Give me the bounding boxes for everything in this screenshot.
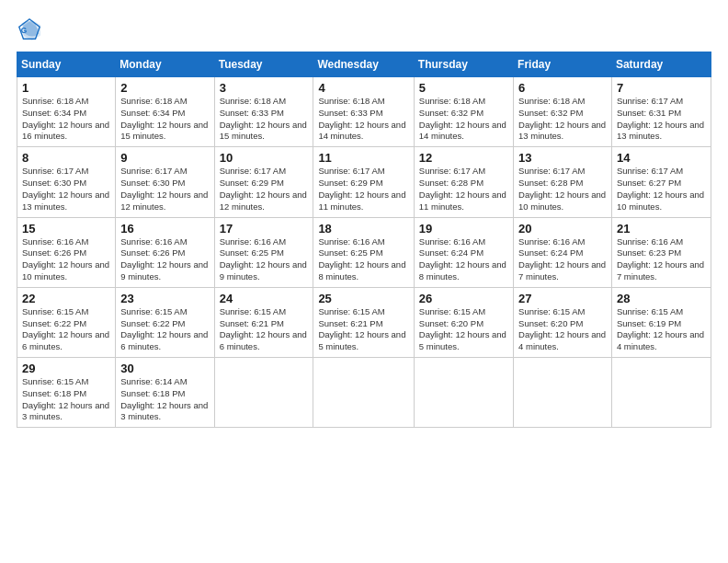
day-info: Sunrise: 6:16 AMSunset: 6:25 PMDaylight:…	[220, 236, 309, 283]
col-header-sunday: Sunday	[17, 52, 116, 77]
calendar-header-row: SundayMondayTuesdayWednesdayThursdayFrid…	[17, 52, 711, 77]
day-cell-23: 23Sunrise: 6:15 AMSunset: 6:22 PMDayligh…	[116, 287, 214, 357]
day-cell-10: 10Sunrise: 6:17 AMSunset: 6:29 PMDayligh…	[214, 147, 313, 217]
day-info: Sunrise: 6:14 AMSunset: 6:18 PMDaylight:…	[120, 376, 209, 423]
day-info: Sunrise: 6:18 AMSunset: 6:33 PMDaylight:…	[318, 96, 408, 143]
day-number: 20	[518, 222, 607, 236]
empty-cell	[214, 358, 313, 428]
day-info: Sunrise: 6:17 AMSunset: 6:30 PMDaylight:…	[120, 166, 209, 213]
day-info: Sunrise: 6:17 AMSunset: 6:29 PMDaylight:…	[318, 166, 408, 213]
day-number: 4	[318, 81, 408, 95]
day-cell-25: 25Sunrise: 6:15 AMSunset: 6:21 PMDayligh…	[313, 287, 414, 357]
day-info: Sunrise: 6:17 AMSunset: 6:29 PMDaylight:…	[220, 166, 309, 213]
day-cell-2: 2Sunrise: 6:18 AMSunset: 6:34 PMDaylight…	[116, 77, 214, 147]
day-number: 18	[318, 222, 408, 236]
col-header-monday: Monday	[116, 52, 214, 77]
day-number: 7	[617, 81, 706, 95]
day-info: Sunrise: 6:16 AMSunset: 6:26 PMDaylight:…	[120, 236, 209, 283]
day-number: 14	[617, 151, 706, 165]
day-cell-3: 3Sunrise: 6:18 AMSunset: 6:33 PMDaylight…	[214, 77, 313, 147]
day-number: 10	[220, 151, 309, 165]
day-number: 6	[518, 81, 607, 95]
day-number: 15	[22, 222, 110, 236]
day-info: Sunrise: 6:16 AMSunset: 6:25 PMDaylight:…	[318, 236, 408, 283]
calendar-week-3: 15Sunrise: 6:16 AMSunset: 6:26 PMDayligh…	[17, 217, 711, 287]
day-info: Sunrise: 6:17 AMSunset: 6:31 PMDaylight:…	[617, 96, 706, 143]
calendar-week-5: 29Sunrise: 6:15 AMSunset: 6:18 PMDayligh…	[17, 358, 711, 428]
day-cell-24: 24Sunrise: 6:15 AMSunset: 6:21 PMDayligh…	[214, 287, 313, 357]
day-info: Sunrise: 6:18 AMSunset: 6:32 PMDaylight:…	[419, 96, 508, 143]
day-number: 17	[220, 222, 309, 236]
day-cell-18: 18Sunrise: 6:16 AMSunset: 6:25 PMDayligh…	[313, 217, 414, 287]
day-cell-4: 4Sunrise: 6:18 AMSunset: 6:33 PMDaylight…	[313, 77, 414, 147]
day-number: 29	[22, 362, 110, 375]
col-header-friday: Friday	[514, 52, 612, 77]
day-cell-29: 29Sunrise: 6:15 AMSunset: 6:18 PMDayligh…	[17, 358, 116, 428]
col-header-thursday: Thursday	[414, 52, 513, 77]
empty-cell	[313, 358, 414, 428]
day-number: 11	[318, 151, 408, 165]
day-info: Sunrise: 6:16 AMSunset: 6:26 PMDaylight:…	[22, 236, 110, 283]
day-number: 8	[22, 151, 110, 165]
day-info: Sunrise: 6:15 AMSunset: 6:20 PMDaylight:…	[419, 306, 508, 353]
day-number: 1	[22, 81, 110, 95]
day-number: 12	[419, 151, 508, 165]
day-info: Sunrise: 6:15 AMSunset: 6:21 PMDaylight:…	[318, 306, 408, 353]
day-cell-20: 20Sunrise: 6:16 AMSunset: 6:24 PMDayligh…	[514, 217, 612, 287]
day-info: Sunrise: 6:17 AMSunset: 6:27 PMDaylight:…	[617, 166, 706, 213]
day-cell-1: 1Sunrise: 6:18 AMSunset: 6:34 PMDaylight…	[17, 77, 116, 147]
day-info: Sunrise: 6:18 AMSunset: 6:32 PMDaylight:…	[518, 96, 607, 143]
day-cell-19: 19Sunrise: 6:16 AMSunset: 6:24 PMDayligh…	[414, 217, 513, 287]
day-info: Sunrise: 6:18 AMSunset: 6:33 PMDaylight:…	[220, 96, 309, 143]
empty-cell	[611, 358, 711, 428]
page: G SundayMondayTuesdayWednesdayThursdayFr…	[0, 0, 728, 563]
calendar-week-4: 22Sunrise: 6:15 AMSunset: 6:22 PMDayligh…	[17, 287, 711, 357]
svg-text:G: G	[21, 26, 28, 35]
day-number: 28	[617, 292, 706, 305]
day-cell-27: 27Sunrise: 6:15 AMSunset: 6:20 PMDayligh…	[514, 287, 612, 357]
day-cell-12: 12Sunrise: 6:17 AMSunset: 6:28 PMDayligh…	[414, 147, 513, 217]
day-number: 22	[22, 292, 110, 305]
col-header-wednesday: Wednesday	[313, 52, 414, 77]
day-number: 13	[518, 151, 607, 165]
day-cell-8: 8Sunrise: 6:17 AMSunset: 6:30 PMDaylight…	[17, 147, 116, 217]
day-cell-14: 14Sunrise: 6:17 AMSunset: 6:27 PMDayligh…	[611, 147, 711, 217]
day-number: 27	[518, 292, 607, 305]
day-cell-7: 7Sunrise: 6:17 AMSunset: 6:31 PMDaylight…	[611, 77, 711, 147]
empty-cell	[514, 358, 612, 428]
day-info: Sunrise: 6:15 AMSunset: 6:18 PMDaylight:…	[22, 376, 110, 423]
day-cell-6: 6Sunrise: 6:18 AMSunset: 6:32 PMDaylight…	[514, 77, 612, 147]
col-header-tuesday: Tuesday	[214, 52, 313, 77]
day-number: 24	[220, 292, 309, 305]
day-cell-30: 30Sunrise: 6:14 AMSunset: 6:18 PMDayligh…	[116, 358, 214, 428]
calendar: SundayMondayTuesdayWednesdayThursdayFrid…	[17, 52, 711, 428]
col-header-saturday: Saturday	[611, 52, 711, 77]
day-number: 9	[120, 151, 209, 165]
day-info: Sunrise: 6:18 AMSunset: 6:34 PMDaylight:…	[120, 96, 209, 143]
day-cell-15: 15Sunrise: 6:16 AMSunset: 6:26 PMDayligh…	[17, 217, 116, 287]
day-info: Sunrise: 6:15 AMSunset: 6:19 PMDaylight:…	[617, 306, 706, 353]
day-number: 30	[120, 362, 209, 375]
day-info: Sunrise: 6:16 AMSunset: 6:23 PMDaylight:…	[617, 236, 706, 283]
day-info: Sunrise: 6:17 AMSunset: 6:28 PMDaylight:…	[419, 166, 508, 213]
logo: G	[17, 17, 46, 42]
day-cell-16: 16Sunrise: 6:16 AMSunset: 6:26 PMDayligh…	[116, 217, 214, 287]
day-info: Sunrise: 6:15 AMSunset: 6:22 PMDaylight:…	[22, 306, 110, 353]
day-info: Sunrise: 6:16 AMSunset: 6:24 PMDaylight:…	[419, 236, 508, 283]
calendar-week-2: 8Sunrise: 6:17 AMSunset: 6:30 PMDaylight…	[17, 147, 711, 217]
day-number: 23	[120, 292, 209, 305]
day-number: 2	[120, 81, 209, 95]
day-number: 25	[318, 292, 408, 305]
day-info: Sunrise: 6:15 AMSunset: 6:20 PMDaylight:…	[518, 306, 607, 353]
logo-icon: G	[17, 17, 42, 42]
day-cell-26: 26Sunrise: 6:15 AMSunset: 6:20 PMDayligh…	[414, 287, 513, 357]
day-number: 5	[419, 81, 508, 95]
day-cell-28: 28Sunrise: 6:15 AMSunset: 6:19 PMDayligh…	[611, 287, 711, 357]
day-cell-13: 13Sunrise: 6:17 AMSunset: 6:28 PMDayligh…	[514, 147, 612, 217]
day-info: Sunrise: 6:17 AMSunset: 6:30 PMDaylight:…	[22, 166, 110, 213]
header: G	[17, 17, 711, 42]
day-number: 21	[617, 222, 706, 236]
calendar-week-1: 1Sunrise: 6:18 AMSunset: 6:34 PMDaylight…	[17, 77, 711, 147]
day-cell-11: 11Sunrise: 6:17 AMSunset: 6:29 PMDayligh…	[313, 147, 414, 217]
day-number: 26	[419, 292, 508, 305]
